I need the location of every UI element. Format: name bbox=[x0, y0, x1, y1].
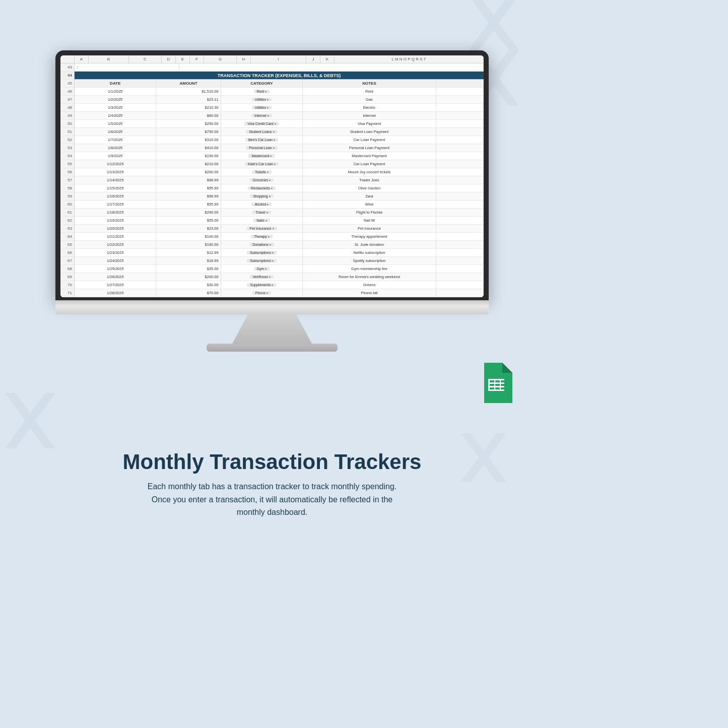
table-row: 1/4/2025 $60.00 Internet ▾ Internet bbox=[75, 112, 484, 120]
cell-date: 1/16/2025 bbox=[75, 192, 156, 200]
cell-date: 1/21/2025 bbox=[75, 233, 156, 240]
row-num-50: 50 bbox=[60, 120, 74, 128]
spreadsheet: A B C D E F G H I J K L M N O P Q R S T bbox=[60, 55, 484, 297]
table-row: 1/3/2025 $210.30 Utilities ▾ Electric bbox=[75, 104, 484, 112]
cell-category: Therapy ▾ bbox=[221, 233, 303, 240]
row-num-53: 53 bbox=[60, 144, 74, 152]
cell-date: 1/20/2025 bbox=[75, 225, 156, 232]
cell-notes: Car Loan Payment bbox=[303, 160, 436, 168]
svg-rect-5 bbox=[488, 382, 504, 384]
cell-notes: Electric bbox=[303, 104, 436, 111]
table-row: 1/14/2025 $98.99 Groceries ▾ Trader Joes bbox=[75, 176, 484, 184]
cell-notes: Netflix subscription bbox=[303, 249, 436, 256]
svg-marker-3 bbox=[461, 433, 506, 482]
cell-amount: $70.00 bbox=[156, 289, 221, 297]
cell-notes: St. Jude donation bbox=[303, 241, 436, 248]
row-43: ↕ bbox=[75, 63, 484, 72]
title-row: TRANSACTION TRACKER (EXPENSES, BILLS, & … bbox=[75, 72, 484, 80]
cell-notes: Zara bbox=[303, 192, 436, 200]
cell-extra bbox=[436, 217, 484, 224]
cell-category: Student Loans ▾ bbox=[221, 128, 303, 136]
cell-extra bbox=[436, 144, 484, 152]
column-headers: A B C D E F G H I J K L M N O P Q R S T bbox=[60, 55, 484, 63]
cell-amount: $290.00 bbox=[156, 209, 221, 216]
cell-notes: Gym membership fee bbox=[303, 265, 436, 273]
table-row: 1/27/2025 $30.00 Supplements ▾ Greens bbox=[75, 281, 484, 289]
cell-category: Ben's Car Loan ▾ bbox=[221, 136, 303, 144]
cell-amount: $35.00 bbox=[156, 265, 221, 273]
cell-category: Shopping ▾ bbox=[221, 192, 303, 200]
cell-category: Mastercard ▾ bbox=[221, 152, 303, 160]
monitor-stand bbox=[232, 314, 312, 345]
cell-notes: Rent bbox=[303, 88, 436, 95]
row-num-61: 61 bbox=[60, 209, 74, 217]
cell-extra bbox=[436, 273, 484, 281]
svg-rect-8 bbox=[488, 379, 490, 391]
cell-category: Kate's Car Loan ▾ bbox=[221, 160, 303, 168]
table-row: 1/13/2025 $200.00 Tickets ▾ Mount Joy co… bbox=[75, 168, 484, 176]
cell-date: 1/13/2025 bbox=[75, 168, 156, 176]
data-area: ↕ TRANSACTION TRACKER (EXPENSES, BILLS, … bbox=[75, 63, 484, 297]
table-row: 1/25/2025 $35.00 Gym ▾ Gym membership fe… bbox=[75, 265, 484, 273]
cell-category: Utilities ▾ bbox=[221, 104, 303, 111]
row-num-54: 54 bbox=[60, 152, 74, 160]
svg-rect-9 bbox=[494, 379, 495, 391]
monitor: A B C D E F G H I J K L M N O P Q R S T bbox=[55, 50, 489, 352]
cell-category: Subscriptions ▾ bbox=[221, 257, 303, 264]
cell-notes: Student Loan Payment bbox=[303, 128, 436, 136]
cell-amount: $160.00 bbox=[156, 241, 221, 248]
cell-amount: $150.00 bbox=[156, 152, 221, 160]
cell-date: 1/27/2025 bbox=[75, 281, 156, 289]
cell-amount: $18.99 bbox=[156, 257, 221, 264]
table-row: 1/7/2025 $310.00 Ben's Car Loan ▾ Car Lo… bbox=[75, 136, 484, 144]
cell-notes: Wine bbox=[303, 201, 436, 208]
cell-category: Alcohol ▾ bbox=[221, 201, 303, 208]
cell-date: 1/22/2025 bbox=[75, 241, 156, 248]
table-row: 1/12/2025 $210.00 Kate's Car Loan ▾ Car … bbox=[75, 160, 484, 168]
bottom-section: Monthly Transaction Trackers Each monthl… bbox=[96, 450, 448, 519]
svg-rect-4 bbox=[488, 379, 504, 380]
cell-category: Internet ▾ bbox=[221, 112, 303, 119]
cell-amount: $60.00 bbox=[156, 112, 221, 119]
table-row: 1/17/2025 $55.90 Alcohol ▾ Wine bbox=[75, 201, 484, 209]
cell-date: 1/1/2025 bbox=[75, 88, 156, 95]
main-heading: Monthly Transaction Trackers bbox=[96, 450, 448, 474]
cell-notes: Mount Joy concert tickets bbox=[303, 168, 436, 176]
cell-extra bbox=[436, 241, 484, 248]
cell-notes: Greens bbox=[303, 281, 436, 289]
table-row: 1/8/2025 $410.00 Personal Loan ▾ Persona… bbox=[75, 144, 484, 152]
svg-marker-2 bbox=[5, 393, 55, 448]
cell-notes: Rover for Emma's wedding weekend bbox=[303, 273, 436, 281]
cell-amount: $250.00 bbox=[156, 120, 221, 127]
cell-category: Supplements ▾ bbox=[221, 281, 303, 289]
cell-date: 1/9/2025 bbox=[75, 152, 156, 160]
cell-notes: Mastercard Payment bbox=[303, 152, 436, 160]
cell-category: Phone ▾ bbox=[221, 289, 303, 297]
row-num-55: 55 bbox=[60, 160, 74, 168]
cell-amount: $30.00 bbox=[156, 281, 221, 289]
cell-extra bbox=[436, 209, 484, 216]
cell-notes: Flight to Florida bbox=[303, 209, 436, 216]
cell-notes: Spotify subscription bbox=[303, 257, 436, 264]
row-num-52: 52 bbox=[60, 136, 74, 144]
svg-rect-6 bbox=[488, 386, 504, 387]
cell-amount: $200.00 bbox=[156, 168, 221, 176]
cell-extra bbox=[436, 249, 484, 256]
sub-heading: Each monthly tab has a transaction track… bbox=[96, 480, 448, 519]
cell-amount: $98.99 bbox=[156, 176, 221, 184]
row-num-57: 57 bbox=[60, 176, 74, 184]
cell-amount: $310.00 bbox=[156, 136, 221, 144]
row-num-68: 68 bbox=[60, 265, 74, 273]
cell-category: Subscriptions ▾ bbox=[221, 249, 303, 256]
cell-date: 1/28/2025 bbox=[75, 289, 156, 297]
cell-amount: $210.30 bbox=[156, 104, 221, 111]
table-row: 1/23/2025 $12.99 Subscriptions ▾ Netflix… bbox=[75, 249, 484, 257]
spreadsheet-body: 43 44 45 46 47 48 49 50 51 52 53 54 55 5… bbox=[60, 63, 484, 297]
row-num-60: 60 bbox=[60, 201, 74, 209]
cell-extra bbox=[436, 96, 484, 103]
cell-date: 1/24/2025 bbox=[75, 257, 156, 264]
cell-amount: $23.11 bbox=[156, 96, 221, 103]
table-row: 1/6/2025 $750.00 Student Loans ▾ Student… bbox=[75, 128, 484, 136]
cell-date: 1/2/2025 bbox=[75, 96, 156, 103]
cell-notes: Car Loan Payment bbox=[303, 136, 436, 144]
